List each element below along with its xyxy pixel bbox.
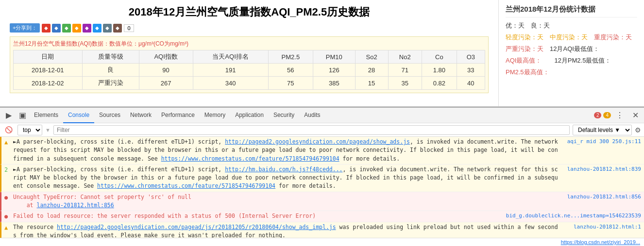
link-chromestatus-1[interactable]: https://www.chromestatus.com/feature/571… (161, 155, 339, 162)
tab-sources[interactable]: Sources (94, 108, 125, 123)
console-output: ▲ ►A parser-blocking, cross site (i.e. d… (0, 137, 644, 238)
table-cell: 35 (388, 77, 422, 90)
table-header-cell: 当天AQI排名 (193, 50, 268, 64)
link-chromestatus-2[interactable]: https://www.chromestatus.com/feature/571… (97, 182, 275, 189)
warn-icon-1: ▲ (4, 138, 11, 147)
table-header-cell: So2 (355, 50, 388, 64)
table-cell: 2018-12-01 (14, 64, 83, 77)
table-header-cell: O3 (457, 50, 485, 64)
stats-row-5: PM2.5最高值： (506, 68, 637, 77)
error-count-badge: 2 (594, 112, 602, 118)
share-count: 0 (124, 24, 134, 32)
tab-console[interactable]: Console (63, 108, 94, 123)
table-row: 2018-12-02严重污染2673407538515350.8240 (14, 77, 485, 90)
link-lanzhou-856[interactable]: lanzhou-201812.html:856 (36, 202, 114, 209)
console-line-right-5[interactable]: lanzhou-201812.html:1 (563, 223, 641, 231)
tab-elements[interactable]: Elements (29, 108, 63, 123)
console-line-warn-3: ▲ The resource http://pagead2.googlesynd… (0, 222, 644, 238)
console-toolbar: 🚫 top ▼ Default levels ▼ ⚙ (0, 123, 644, 137)
stats-row-3: 严重污染：天 12月AQI最低值： (506, 45, 637, 53)
table-caption: 兰州12月份空气质量指数(AQI)数据：数值单位：μg/m³(CO为mg/m³) (13, 40, 485, 48)
console-line-warn-1: ▲ ►A parser-blocking, cross site (i.e. d… (0, 137, 644, 164)
stats-panel: 兰州2018年12月份统计数据 优：天 良：天 轻度污染：天 中度污染：天 重度… (498, 0, 644, 106)
table-cell: 28 (355, 64, 388, 77)
link-googlesyndication[interactable]: http://pagead2.googlesyndication.com/pag… (225, 138, 410, 145)
warn-number-icon-2: 2 (4, 165, 11, 174)
devtools-more-icon[interactable]: ⋮ (613, 109, 627, 122)
table-cell: 33 (457, 64, 485, 77)
table-cell: 严重污染 (82, 77, 139, 90)
share-icon-4[interactable]: ◆ (72, 24, 81, 33)
table-header-cell: PM2.5 (268, 50, 313, 64)
share-icon-1[interactable]: ◆ (42, 24, 51, 33)
table-cell: 0.82 (422, 77, 457, 90)
table-cell: 2018-12-02 (14, 77, 83, 90)
table-row: 2018-12-01良901915612628711.8033 (14, 64, 485, 77)
console-line-warn-2: 2 ►A parser-blocking, cross site (i.e. d… (0, 164, 644, 192)
table-cell: 71 (388, 64, 422, 77)
tab-security[interactable]: Security (269, 108, 299, 123)
table-cell: 340 (193, 77, 268, 90)
table-cell: 126 (313, 64, 355, 77)
share-button[interactable]: +分享到： (10, 23, 40, 33)
devtools-cursor-icon[interactable]: ▶ (2, 109, 16, 122)
devtools-right-icons: 2 4 ⋮ ✕ (594, 109, 642, 122)
error-icon-2: ● (4, 212, 11, 221)
page-title: 2018年12月兰州空气质量指数AQI_PM2.5历史数据 (10, 5, 489, 19)
table-cell: 56 (268, 64, 313, 77)
table-cell: 40 (457, 77, 485, 90)
table-cell: 1.80 (422, 64, 457, 77)
link-show-ads-impl[interactable]: http://pagead2.googlesyndication.com/pag… (57, 224, 336, 230)
table-header-cell: No2 (388, 50, 422, 64)
link-baidu[interactable]: http://hm.baidu.com/h.js?f48cedd... (225, 166, 342, 173)
share-icon-5[interactable]: ◆ (83, 24, 91, 33)
table-cell: 良 (82, 64, 139, 77)
console-line-right-4[interactable]: bid_g.doubleclick.ne...imestamp=15462235… (506, 212, 641, 220)
console-line-content-3: Uncaught TypeError: Cannot set property … (13, 193, 559, 210)
error-icon-1: ● (4, 193, 11, 202)
console-level-select[interactable]: Default levels ▼ (573, 125, 632, 135)
console-clear-button[interactable]: 🚫 (3, 125, 15, 134)
share-icon-3[interactable]: ◆ (62, 24, 71, 33)
console-line-error-2: ● Failed to load resource: the server re… (0, 211, 644, 222)
stats-row-4: AQI最高值： 12月PM2.5最低值： (506, 56, 637, 65)
console-line-content-5: The resource http://pagead2.googlesyndic… (13, 223, 559, 238)
share-icon-8[interactable]: ◆ (113, 24, 122, 33)
console-context-select[interactable]: top (17, 125, 42, 135)
table-body: 2018-12-01良901915612628711.80332018-12-0… (14, 64, 485, 90)
share-icon-2[interactable]: ◆ (52, 24, 61, 33)
table-header-cell: 质量等级 (82, 50, 139, 64)
share-bar: +分享到： ◆ ◆ ◆ ◆ ◆ ◆ ◆ ◆ 0 (10, 23, 489, 33)
console-line-right-3[interactable]: lanzhou-201812.html:856 (563, 193, 641, 201)
console-gear-icon[interactable]: ⚙ (635, 126, 641, 134)
tab-performance[interactable]: Performance (156, 108, 200, 123)
table-header-cell: AQI指数 (139, 50, 193, 64)
share-icon-7[interactable]: ◆ (103, 24, 112, 33)
tab-audits[interactable]: Audits (299, 108, 325, 123)
share-icon-6[interactable]: ◆ (93, 24, 102, 33)
data-table-wrapper: 兰州12月份空气质量指数(AQI)数据：数值单位：μg/m³(CO为mg/m³)… (10, 36, 489, 93)
table-cell: 90 (139, 64, 193, 77)
tab-application[interactable]: Application (230, 108, 269, 123)
table-cell: 267 (139, 77, 193, 90)
console-line-right-1[interactable]: aqi_r mid 300 250.js:11 (563, 138, 641, 146)
table-cell: 385 (313, 77, 355, 90)
console-line-content-1: ►A parser-blocking, cross site (i.e. dif… (13, 138, 559, 163)
bottom-url-link[interactable]: https://blog.csdn.net/ziyiri_2019... (561, 239, 640, 245)
stats-title: 兰州2018年12月份统计数据 (506, 5, 637, 17)
console-filter-input[interactable] (53, 125, 570, 135)
devtools-device-icon[interactable]: ▣ (16, 109, 29, 122)
context-arrow-icon: ▼ (45, 127, 51, 133)
console-line-error-1: ● Uncaught TypeError: Cannot set propert… (0, 192, 644, 212)
devtools-close-icon[interactable]: ✕ (628, 109, 642, 122)
devtools-tabbar: ▶ ▣ Elements Console Sources Network Per… (0, 108, 644, 123)
console-line-right-2[interactable]: lanzhou-201812.html:839 (563, 165, 641, 174)
tab-memory[interactable]: Memory (200, 108, 230, 123)
table-cell: 191 (193, 64, 268, 77)
console-line-content-2: ►A parser-blocking, cross site (i.e. dif… (13, 165, 559, 191)
tab-network[interactable]: Network (125, 108, 156, 123)
table-header-row: 日期质量等级AQI指数当天AQI排名PM2.5PM10So2No2CoO3 (14, 50, 485, 64)
table-header-cell: 日期 (14, 50, 83, 64)
warning-count-badge: 4 (603, 112, 611, 118)
table-header-cell: Co (422, 50, 457, 64)
